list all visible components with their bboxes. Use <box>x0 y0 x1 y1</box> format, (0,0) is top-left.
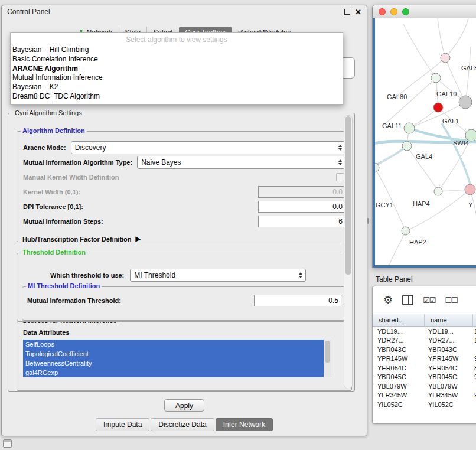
threshold-definition-title: Threshold Definition <box>21 249 87 256</box>
table-cell: YIL052C <box>425 401 473 408</box>
gear-icon[interactable]: ⚙ <box>383 295 393 305</box>
sources-section: Sources for Network Inference ▼ Data Att… <box>17 321 352 391</box>
table-row[interactable]: YBL079WYBL079W <box>373 381 476 391</box>
mi-steps-row: Mutual Information Steps: 6 <box>23 214 345 229</box>
node-label: GCY1 <box>376 201 393 208</box>
minimize-traffic-light-icon[interactable] <box>390 8 397 15</box>
network-node[interactable] <box>431 73 441 83</box>
aracne-mode-select[interactable]: Discovery <box>71 141 345 154</box>
column-header[interactable] <box>473 314 476 326</box>
control-panel-window: Control Panel ✕ NetworkStyleSelectCyni T… <box>1 5 367 436</box>
algorithm-option-bayesian-k2[interactable]: Bayesian – K2 <box>11 83 343 92</box>
node-label: GAL1 <box>442 118 459 125</box>
select-all-columns-icon[interactable]: ☑☑ <box>423 296 435 305</box>
algorithm-definition-section: Algorithm Definition Aracne Mode: Discov… <box>17 131 352 242</box>
bottom-tab-impute-data[interactable]: Impute Data <box>96 418 149 431</box>
float-window-icon[interactable] <box>344 9 350 15</box>
network-node[interactable] <box>434 187 442 195</box>
list-scrollbar[interactable] <box>324 340 331 377</box>
data-attribute-item[interactable]: gal4RGexp <box>23 368 324 377</box>
zoom-traffic-light-icon[interactable] <box>402 8 409 15</box>
close-traffic-light-icon[interactable] <box>379 8 386 15</box>
table-row[interactable]: YIL052CYIL052C <box>373 400 476 409</box>
table-cell: 9. <box>473 373 476 380</box>
network-edge <box>445 18 468 58</box>
aracne-mode-value: Discovery <box>75 144 335 152</box>
algorithm-option-mutual-information-inference[interactable]: Mutual Information Inference <box>11 73 343 83</box>
data-attribute-item[interactable]: SelfLoops <box>23 340 324 349</box>
algorithm-option-dream8-dc-tdc-algorithm[interactable]: Dream8 DC_TDC Algorithm <box>11 92 343 102</box>
algorithm-popup-list: Bayesian – Hill ClimbingBasic Correlatio… <box>11 45 343 102</box>
column-header[interactable]: shared... <box>373 314 425 326</box>
bottom-tab-infer-network[interactable]: Infer Network <box>216 418 273 431</box>
table-cell: YBL079W <box>373 383 425 390</box>
table-cell: YLR345W <box>373 392 425 399</box>
sources-title: Sources for Network Inference <box>22 321 117 324</box>
threshold-select[interactable]: MI Threshold <box>130 269 306 282</box>
control-panel-titlebar: Control Panel ✕ <box>2 5 367 18</box>
network-node[interactable] <box>465 184 475 195</box>
algorithm-option-basic-correlation-inference[interactable]: Basic Correlation Inference <box>11 55 343 64</box>
table-cell: YIL052C <box>373 401 425 408</box>
node-label: GAL11 <box>382 122 402 129</box>
data-attribute-item[interactable]: BetweennessCentrality <box>23 358 324 368</box>
close-icon[interactable]: ✕ <box>355 8 361 16</box>
threshold-select-value: MI Threshold <box>134 271 296 279</box>
settings-scrollbar-thumb[interactable] <box>345 116 351 275</box>
table-row[interactable]: YLR345WYLR345W9. <box>373 391 476 400</box>
algorithm-option-bayesian-hill-climbing[interactable]: Bayesian – Hill Climbing <box>11 45 343 55</box>
kernel-width-row: Kernel Width (0,1): 0.0 <box>23 184 345 199</box>
bottom-tab-discretize-data[interactable]: Discretize Data <box>151 418 214 431</box>
sources-title-row[interactable]: Sources for Network Inference ▼ <box>21 321 126 324</box>
table-cell: 8. <box>473 364 476 371</box>
hub-definition-toggle[interactable]: Hub/Transcription Factor Definition ▶ <box>22 235 141 243</box>
node-label: GAL10 <box>436 90 457 97</box>
table-row[interactable]: YBR045CYBR045C9. <box>373 373 476 382</box>
panel-corner-icon[interactable] <box>3 439 12 448</box>
table-row[interactable]: YDR27...YDR27...12 <box>373 336 476 345</box>
mi-steps-input[interactable]: 6 <box>258 216 345 227</box>
network-window: GAL8GAL80GAL10GAL11GAL1SWI4GAL4GCY1HAP4Y… <box>372 5 476 268</box>
data-attributes-list: SelfLoopsTopologicalCoefficientBetweenne… <box>23 340 324 377</box>
mi-type-row: Mutual Information Algorithm Type: Naive… <box>23 155 345 169</box>
algorithm-option-aracne-algorithm[interactable]: ARACNE Algorithm <box>11 64 343 74</box>
table-panel-window: ⚙ ☑☑ ☐☐ shared...name YDL19...YDL19...13… <box>372 286 476 424</box>
list-scrollbar-thumb[interactable] <box>325 341 330 363</box>
table-cell: YBR045C <box>373 373 425 380</box>
dpi-tolerance-input[interactable]: 0.0 <box>258 201 345 213</box>
column-header[interactable]: name <box>425 314 473 326</box>
node-label: GAL4 <box>416 153 432 160</box>
network-node[interactable] <box>459 96 472 109</box>
node-label: Y <box>468 201 473 208</box>
mi-threshold-row: Mutual Information Threshold: 0.5 <box>27 295 341 306</box>
table-row[interactable]: YER054CYER054C8. <box>373 363 476 373</box>
network-node[interactable] <box>404 123 415 133</box>
network-node[interactable] <box>402 141 412 151</box>
kernel-width-label: Kernel Width (0,1): <box>23 188 80 195</box>
table-cell: 9. <box>473 355 476 362</box>
expand-right-icon: ▶ <box>136 235 141 243</box>
mi-type-value: Naive Bayes <box>141 158 335 167</box>
table-row[interactable]: YDL19...YDL19...13 <box>373 327 476 336</box>
table-body: YDL19...YDL19...13YDR27...YDR27...12YBR0… <box>373 327 476 409</box>
network-node[interactable] <box>402 227 410 235</box>
dpi-tolerance-label: DPI Tolerance [0,1]: <box>23 203 83 210</box>
table-row[interactable]: YBR043CYBR043C <box>373 345 476 354</box>
deselect-all-columns-icon[interactable]: ☐☐ <box>445 296 457 305</box>
threshold-definition-section: Threshold Definition Which threshold to … <box>17 253 352 321</box>
which-threshold-row: Which threshold to use: MI Threshold <box>23 269 345 282</box>
table-row[interactable]: YPR145WYPR145W9. <box>373 354 476 364</box>
network-canvas[interactable]: GAL8GAL80GAL10GAL11GAL1SWI4GAL4GCY1HAP4Y… <box>375 18 476 265</box>
network-node[interactable] <box>441 53 450 63</box>
mi-threshold-input[interactable]: 0.5 <box>254 295 341 306</box>
window-title: Control Panel <box>7 8 50 16</box>
table-panel-label: Table Panel <box>376 275 413 283</box>
columns-icon[interactable] <box>402 295 413 305</box>
network-node[interactable] <box>433 103 443 112</box>
splitter-handle[interactable] <box>367 218 369 224</box>
table-cell: YBR045C <box>425 373 473 380</box>
data-attribute-item[interactable]: TopologicalCoefficient <box>23 349 324 358</box>
mi-type-select[interactable]: Naive Bayes <box>137 156 345 169</box>
apply-button[interactable]: Apply <box>164 399 204 412</box>
settings-scrollbar[interactable] <box>344 115 353 389</box>
